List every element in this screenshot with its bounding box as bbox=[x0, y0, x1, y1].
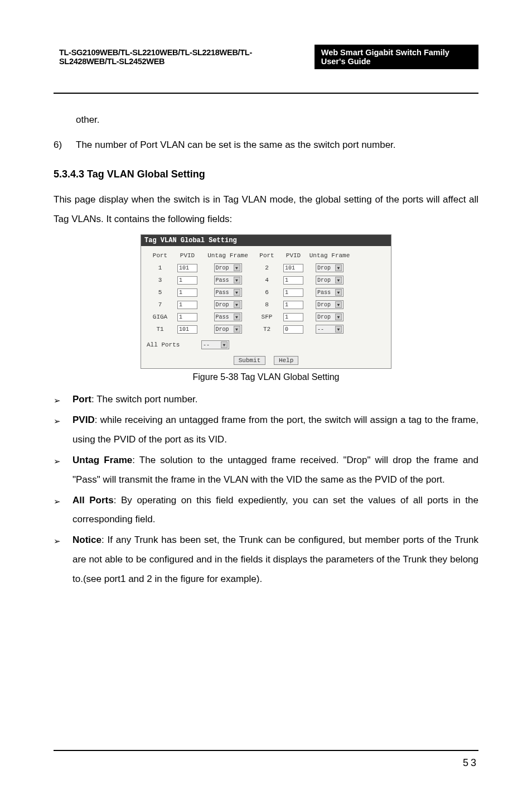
header-title: Web Smart Gigabit Switch Family User's G… bbox=[315, 45, 478, 69]
list-number: 6) bbox=[54, 136, 76, 155]
header-models: TL-SG2109WEB/TL-SL2210WEB/TL-SL2218WEB/T… bbox=[54, 45, 315, 69]
panel-title: Tag VLAN Global Setting bbox=[141, 235, 391, 246]
page-header: TL-SG2109WEB/TL-SL2210WEB/TL-SL2218WEB/T… bbox=[54, 45, 478, 69]
list-item: ➢ Untag Frame: The solution to the untag… bbox=[54, 451, 478, 490]
all-ports-row: All Ports --▼ bbox=[147, 339, 385, 351]
col-port: Port bbox=[254, 252, 279, 259]
untag-select[interactable]: Drop▼ bbox=[316, 300, 344, 309]
list-text: The number of Port VLAN can be set is th… bbox=[76, 136, 478, 155]
figure: Tag VLAN Global Setting Port PVID Untag … bbox=[54, 234, 478, 369]
untag-select[interactable]: --▼ bbox=[316, 325, 344, 334]
table-row: 3 1 Pass▼ 4 1 Drop▼ bbox=[147, 274, 385, 286]
list-item: ➢ Port: The switch port number. bbox=[54, 390, 478, 410]
list-item: ➢ PVID: while receiving an untagged fram… bbox=[54, 411, 478, 450]
chevron-down-icon: ▼ bbox=[234, 277, 240, 283]
chevron-down-icon: ▼ bbox=[221, 341, 228, 348]
page-number: 53 bbox=[463, 757, 478, 769]
submit-button[interactable]: Submit bbox=[234, 356, 266, 365]
untag-select[interactable]: Pass▼ bbox=[214, 276, 242, 285]
all-ports-select[interactable]: --▼ bbox=[201, 340, 229, 349]
chevron-down-icon: ▼ bbox=[335, 277, 342, 283]
term-all-ports: All Ports bbox=[72, 495, 114, 506]
pvid-input[interactable]: 0 bbox=[283, 325, 303, 334]
chevron-down-icon: ▼ bbox=[335, 301, 342, 308]
pvid-input[interactable]: 1 bbox=[283, 288, 303, 297]
chevron-down-icon: ▼ bbox=[234, 326, 240, 333]
list-item-6: 6) The number of Port VLAN can be set is… bbox=[54, 136, 478, 155]
untag-select[interactable]: Drop▼ bbox=[316, 276, 344, 285]
port-cell: 8 bbox=[254, 301, 279, 308]
chevron-down-icon: ▼ bbox=[335, 326, 342, 333]
desc-port: : The switch port number. bbox=[91, 394, 198, 405]
untag-select[interactable]: Pass▼ bbox=[316, 288, 344, 297]
untag-select[interactable]: Drop▼ bbox=[316, 312, 344, 321]
port-cell: T1 bbox=[147, 326, 173, 333]
chevron-down-icon: ▼ bbox=[335, 314, 342, 320]
term-untag-frame: Untag Frame bbox=[72, 455, 132, 465]
port-cell: 6 bbox=[254, 289, 279, 296]
pvid-input[interactable]: 1 bbox=[283, 276, 303, 285]
desc-notice: : If any Trunk has been set, the Trunk c… bbox=[72, 535, 478, 584]
triangle-icon: ➢ bbox=[54, 531, 72, 589]
port-cell: 4 bbox=[254, 277, 279, 283]
chevron-down-icon: ▼ bbox=[234, 314, 240, 320]
untag-select[interactable]: Drop▼ bbox=[214, 300, 242, 309]
chevron-down-icon: ▼ bbox=[335, 289, 342, 296]
chevron-down-icon: ▼ bbox=[234, 264, 240, 271]
desc-all-ports: : By operating on this field expediently… bbox=[72, 495, 478, 525]
col-untag: Untag Frame bbox=[201, 252, 254, 259]
port-cell: 3 bbox=[147, 277, 173, 283]
untag-select[interactable]: Pass▼ bbox=[214, 312, 242, 321]
term-notice: Notice bbox=[72, 535, 101, 545]
triangle-icon: ➢ bbox=[54, 491, 72, 530]
section-heading: 5.3.4.3 Tag VLAN Global Setting bbox=[54, 169, 478, 180]
pvid-input[interactable]: 1 bbox=[283, 313, 303, 321]
pvid-input[interactable]: 101 bbox=[177, 264, 197, 272]
untag-select[interactable]: Drop▼ bbox=[316, 263, 344, 272]
footer-divider bbox=[54, 750, 478, 751]
pvid-input[interactable]: 1 bbox=[177, 276, 197, 285]
desc-pvid: : while receiving an untagged frame from… bbox=[72, 415, 478, 445]
term-port: Port bbox=[72, 394, 91, 405]
pvid-input[interactable]: 1 bbox=[177, 301, 197, 309]
list-item: ➢ Notice: If any Trunk has been set, the… bbox=[54, 531, 478, 589]
col-port: Port bbox=[147, 252, 173, 259]
all-ports-label: All Ports bbox=[147, 341, 201, 348]
chevron-down-icon: ▼ bbox=[234, 289, 240, 296]
chevron-down-icon: ▼ bbox=[335, 264, 342, 271]
pvid-input[interactable]: 1 bbox=[177, 288, 197, 297]
untag-select[interactable]: Drop▼ bbox=[214, 325, 242, 334]
figure-caption: Figure 5-38 Tag VLAN Global Setting bbox=[54, 372, 478, 382]
pvid-input[interactable]: 1 bbox=[283, 301, 303, 309]
table-row: T1 101 Drop▼ T2 0 --▼ bbox=[147, 323, 385, 335]
table-row: 1 101 Drop▼ 2 101 Drop▼ bbox=[147, 262, 385, 274]
triangle-icon: ➢ bbox=[54, 411, 72, 450]
port-cell: 7 bbox=[147, 301, 173, 308]
table-row: 5 1 Pass▼ 6 1 Pass▼ bbox=[147, 286, 385, 299]
col-pvid: PVID bbox=[173, 252, 201, 259]
pvid-input[interactable]: 1 bbox=[177, 313, 197, 321]
col-untag: Untag Frame bbox=[307, 252, 352, 259]
port-cell: SFP bbox=[254, 314, 279, 320]
port-cell: 2 bbox=[254, 264, 279, 271]
term-pvid: PVID bbox=[72, 415, 95, 425]
triangle-icon: ➢ bbox=[54, 451, 72, 490]
port-cell: 5 bbox=[147, 289, 173, 296]
pvid-input[interactable]: 101 bbox=[177, 325, 197, 334]
untag-select[interactable]: Pass▼ bbox=[214, 288, 242, 297]
help-button[interactable]: Help bbox=[274, 356, 298, 365]
port-cell: T2 bbox=[254, 326, 279, 333]
button-row: Submit Help bbox=[141, 353, 391, 368]
vlan-global-setting-panel: Tag VLAN Global Setting Port PVID Untag … bbox=[141, 234, 391, 369]
chevron-down-icon: ▼ bbox=[234, 301, 240, 308]
desc-untag-frame: : The solution to the untagged frame rec… bbox=[72, 455, 478, 485]
continued-paragraph: other. bbox=[76, 110, 478, 130]
table-row: GIGA 1 Pass▼ SFP 1 Drop▼ bbox=[147, 311, 385, 323]
untag-select[interactable]: Drop▼ bbox=[214, 263, 242, 272]
pvid-input[interactable]: 101 bbox=[283, 264, 303, 272]
table-row: 7 1 Drop▼ 8 1 Drop▼ bbox=[147, 299, 385, 311]
col-pvid: PVID bbox=[279, 252, 307, 259]
intro-paragraph: This page display when the switch is in … bbox=[54, 190, 478, 229]
port-cell: 1 bbox=[147, 264, 173, 271]
table-header: Port PVID Untag Frame Port PVID Untag Fr… bbox=[147, 249, 385, 262]
